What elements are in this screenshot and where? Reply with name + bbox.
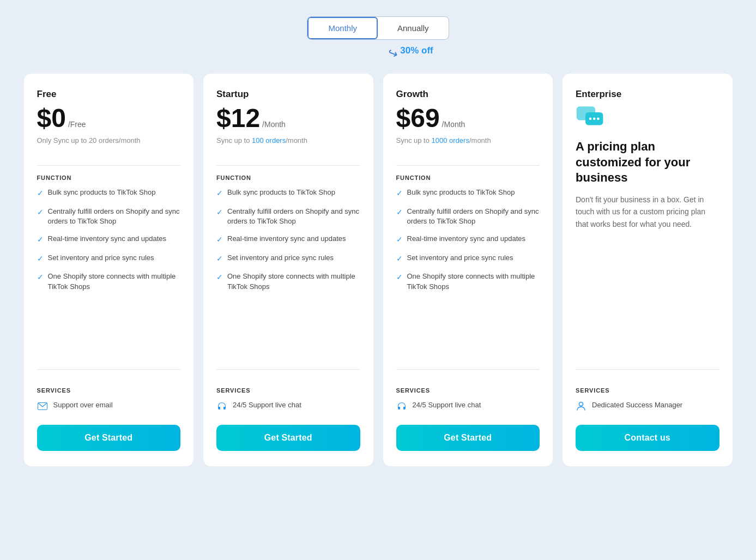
discount-badge: ↩ 30% off	[55, 45, 756, 61]
price-subtext-free: Only Sync up to 20 orders/month	[37, 136, 181, 146]
cta-free: Get Started	[37, 412, 181, 451]
divider-startup-1	[216, 165, 360, 166]
check-icon: ✓	[396, 254, 403, 264]
price-row-free: $0 /Free	[37, 105, 181, 131]
service-item-free: Support over email	[37, 400, 181, 412]
plan-name-free: Free	[37, 89, 181, 100]
service-text-enterprise: Dedicated Success Manager	[592, 400, 682, 410]
subtext-after: /month	[286, 136, 307, 144]
check-icon: ✓	[396, 207, 403, 218]
divider-growth-2	[396, 369, 540, 370]
price-subtext-startup: Sync up to 100 orders/month	[216, 136, 360, 146]
services-label-enterprise: SERVICES	[576, 387, 719, 394]
feature-item: ✓ Real-time inventory sync and updates	[37, 234, 181, 245]
divider-enterprise	[576, 369, 719, 370]
price-row-growth: $69 /Month	[396, 105, 540, 131]
check-icon: ✓	[37, 272, 44, 283]
check-icon: ✓	[37, 234, 44, 245]
feature-item: ✓ Bulk sync products to TikTok Shop	[216, 188, 360, 199]
service-text-free: Support over email	[53, 400, 113, 410]
feature-item: ✓ Real-time inventory sync and updates	[216, 234, 360, 245]
feature-item: ✓ Centrally fulfill orders on Shopify an…	[216, 207, 360, 226]
get-started-free-button[interactable]: Get Started	[37, 425, 181, 451]
divider-free-1	[37, 165, 181, 166]
plan-card-startup: Startup $12 /Month Sync up to 100 orders…	[203, 74, 373, 466]
price-period-startup: /Month	[262, 120, 286, 129]
feature-text: Centrally fulfill orders on Shopify and …	[48, 207, 181, 226]
contact-us-button[interactable]: Contact us	[576, 425, 719, 451]
check-icon: ✓	[216, 188, 223, 199]
plan-name-growth: Growth	[396, 89, 540, 100]
divider-startup-2	[216, 369, 360, 370]
feature-text: Real-time inventory sync and updates	[48, 234, 167, 244]
services-startup: SERVICES 24/5 Support live chat	[216, 387, 360, 412]
subtext-after: /month	[469, 136, 491, 144]
services-growth: SERVICES 24/5 Support live chat	[396, 387, 540, 412]
plan-card-free: Free $0 /Free Only Sync up to 20 orders/…	[24, 74, 194, 466]
discount-text: 30% off	[400, 45, 433, 61]
feature-text: Bulk sync products to TikTok Shop	[48, 188, 156, 197]
feature-text: One Shopify store connects with multiple…	[48, 272, 181, 291]
services-label-startup: SERVICES	[216, 387, 360, 394]
feature-item: ✓ One Shopify store connects with multip…	[37, 272, 181, 291]
enterprise-headline: A pricing plan customized for your busin…	[576, 139, 719, 186]
feature-item: ✓ Bulk sync products to TikTok Shop	[396, 188, 540, 199]
feature-list-growth: ✓ Bulk sync products to TikTok Shop ✓ Ce…	[396, 188, 540, 360]
check-icon: ✓	[37, 207, 44, 218]
check-icon: ✓	[37, 254, 44, 264]
toggle-group: Monthly Annually	[307, 16, 449, 40]
feature-text: Set inventory and price sync rules	[227, 253, 334, 263]
check-icon: ✓	[216, 207, 223, 218]
feature-item: ✓ Centrally fulfill orders on Shopify an…	[396, 207, 540, 226]
get-started-growth-button[interactable]: Get Started	[396, 425, 540, 451]
price-subtext-growth: Sync up to 1000 orders/month	[396, 136, 540, 146]
feature-text: Real-time inventory sync and updates	[227, 234, 346, 244]
billing-toggle: Monthly Annually	[22, 16, 734, 40]
feature-item: ✓ Set inventory and price sync rules	[37, 253, 181, 264]
price-period-growth: /Month	[442, 120, 465, 129]
get-started-startup-button[interactable]: Get Started	[216, 425, 360, 451]
plan-name-enterprise: Enterprise	[576, 89, 719, 100]
services-label-free: SERVICES	[37, 387, 181, 394]
feature-list-startup: ✓ Bulk sync products to TikTok Shop ✓ Ce…	[216, 188, 360, 360]
price-amount-free: $0	[37, 105, 66, 131]
divider-growth-1	[396, 165, 540, 166]
feature-text: Set inventory and price sync rules	[407, 253, 513, 263]
cta-growth: Get Started	[396, 412, 540, 451]
enterprise-chat-icon	[576, 105, 719, 131]
orders-link-startup[interactable]: 100 orders	[252, 136, 286, 144]
orders-link-growth[interactable]: 1000 orders	[432, 136, 469, 144]
price-period-free: /Free	[68, 120, 86, 129]
price-amount-growth: $69	[396, 105, 440, 131]
svg-point-6	[579, 402, 583, 406]
feature-list-free: ✓ Bulk sync products to TikTok Shop ✓ Ce…	[37, 188, 181, 360]
services-label-growth: SERVICES	[396, 387, 540, 394]
check-icon: ✓	[396, 234, 403, 245]
feature-text: Centrally fulfill orders on Shopify and …	[407, 207, 540, 226]
cta-enterprise: Contact us	[576, 412, 719, 451]
feature-text: One Shopify store connects with multiple…	[227, 272, 360, 291]
subtext-before: Sync up to	[216, 136, 252, 144]
svg-point-3	[589, 117, 592, 120]
feature-text: Set inventory and price sync rules	[48, 253, 154, 263]
check-icon: ✓	[216, 272, 223, 283]
subtext-before: Sync up to	[396, 136, 432, 144]
monthly-toggle[interactable]: Monthly	[307, 17, 378, 39]
service-item-startup: 24/5 Support live chat	[216, 400, 360, 412]
feature-text: Bulk sync products to TikTok Shop	[407, 188, 515, 197]
check-icon: ✓	[396, 188, 403, 199]
feature-text: Real-time inventory sync and updates	[407, 234, 526, 244]
feature-item: ✓ Set inventory and price sync rules	[216, 253, 360, 264]
feature-text: Bulk sync products to TikTok Shop	[227, 188, 335, 197]
plan-name-startup: Startup	[216, 89, 360, 100]
plan-card-growth: Growth $69 /Month Sync up to 1000 orders…	[383, 74, 553, 466]
check-icon: ✓	[216, 234, 223, 245]
feature-item: ✓ Centrally fulfill orders on Shopify an…	[37, 207, 181, 226]
email-icon	[37, 401, 48, 412]
annually-toggle[interactable]: Annually	[378, 17, 449, 39]
discount-arrow-icon: ↩	[386, 45, 400, 62]
feature-text: Centrally fulfill orders on Shopify and …	[227, 207, 360, 226]
function-label-startup: FUNCTION	[216, 174, 360, 181]
pricing-cards: Free $0 /Free Only Sync up to 20 orders/…	[24, 74, 733, 466]
service-text-growth: 24/5 Support live chat	[413, 400, 481, 410]
